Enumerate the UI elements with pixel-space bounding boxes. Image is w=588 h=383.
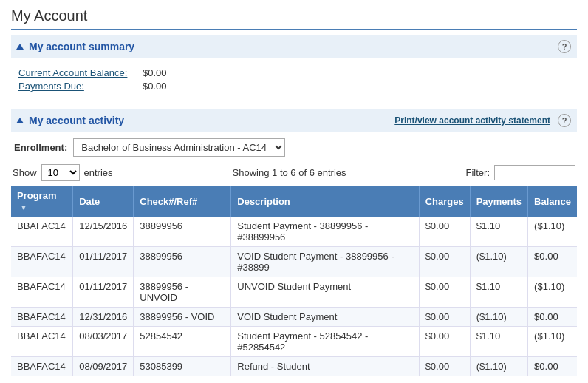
col-header-program[interactable]: Program▼ [11, 186, 73, 217]
table-controls: Show 10 25 50 100 entries Showing 1 to 6… [11, 164, 577, 181]
enrollment-select[interactable]: Bachelor of Business Administration - AC… [73, 138, 285, 157]
cell-check_ref: 38899956 - UNVOID [134, 277, 231, 308]
account-summary-section: My account summary ? Current Account Bal… [11, 35, 577, 101]
cell-payments: $1.10 [470, 217, 527, 247]
cell-balance: $0.00 [528, 247, 577, 277]
account-activity-section: My account activity Print/view account a… [11, 109, 577, 383]
entries-label: entries [84, 167, 113, 178]
cell-date: 08/09/2017 [73, 357, 134, 376]
activity-section-header: My account activity Print/view account a… [11, 109, 577, 132]
cell-payments: $1.10 [470, 327, 527, 357]
summary-content: Current Account Balance: $0.00 Payments … [11, 64, 577, 101]
activity-table: Program▼DateCheck#/Ref#DescriptionCharge… [11, 186, 577, 376]
cell-date: 12/15/2016 [73, 217, 134, 247]
table-header: Program▼DateCheck#/Ref#DescriptionCharge… [11, 186, 577, 217]
table-body: BBAFAC1412/15/201638899956Student Paymen… [11, 217, 577, 376]
cell-charges: $0.00 [419, 277, 470, 308]
col-header-check_ref: Check#/Ref# [134, 186, 231, 217]
table-header-row: Program▼DateCheck#/Ref#DescriptionCharge… [11, 186, 577, 217]
enrollment-row: Enrollment: Bachelor of Business Adminis… [11, 138, 577, 157]
cell-program: BBAFAC14 [11, 308, 73, 327]
col-header-description: Description [231, 186, 419, 217]
cell-payments: ($1.10) [470, 357, 527, 376]
table-row: BBAFAC1401/11/201738899956VOID Student P… [11, 247, 577, 277]
cell-charges: $0.00 [419, 247, 470, 277]
cell-charges: $0.00 [419, 217, 470, 247]
col-header-balance: Balance [528, 186, 577, 217]
show-label: Show [13, 167, 37, 178]
cell-date: 12/31/2016 [73, 308, 134, 327]
table-row: BBAFAC1408/03/201752854542Student Paymen… [11, 327, 577, 357]
cell-balance: ($1.10) [528, 327, 577, 357]
cell-date: 08/03/2017 [73, 327, 134, 357]
table-row: BBAFAC1412/31/201638899956 - VOIDVOID St… [11, 308, 577, 327]
table-row: BBAFAC1408/09/201753085399Refund - Stude… [11, 357, 577, 376]
balance-row: Current Account Balance: $0.00 [18, 67, 570, 78]
filter-label: Filter: [466, 167, 490, 178]
cell-balance: $0.00 [528, 308, 577, 327]
summary-header-left: My account summary [17, 41, 134, 52]
payments-due-row: Payments Due: $0.00 [18, 81, 570, 92]
table-row: BBAFAC1412/15/201638899956Student Paymen… [11, 217, 577, 247]
activity-collapse-icon[interactable] [16, 118, 24, 123]
print-link[interactable]: Print/view account activity statement [394, 115, 550, 126]
cell-charges: $0.00 [419, 327, 470, 357]
cell-check_ref: 52854542 [134, 327, 231, 357]
cell-description: VOID Student Payment [231, 308, 419, 327]
filter-area: Filter: [466, 165, 576, 180]
activity-help-icon[interactable]: ? [558, 114, 571, 127]
cell-date: 01/11/2017 [73, 277, 134, 308]
cell-program: BBAFAC14 [11, 327, 73, 357]
table-controls-left: Show 10 25 50 100 entries [13, 164, 113, 181]
balance-label[interactable]: Current Account Balance: [18, 67, 137, 78]
cell-charges: $0.00 [419, 308, 470, 327]
cell-payments: ($1.10) [470, 308, 527, 327]
activity-header-left: My account activity [17, 115, 124, 126]
sort-icon-program[interactable]: ▼ [20, 203, 27, 211]
cell-balance: $0.00 [528, 357, 577, 376]
cell-balance: ($1.10) [528, 277, 577, 308]
cell-date: 01/11/2017 [73, 247, 134, 277]
cell-check_ref: 53085399 [134, 357, 231, 376]
cell-program: BBAFAC14 [11, 217, 73, 247]
cell-check_ref: 38899956 - VOID [134, 308, 231, 327]
cell-payments: ($1.10) [470, 247, 527, 277]
cell-description: Student Payment - 52854542 - #52854542 [231, 327, 419, 357]
activity-header-right: Print/view account activity statement ? [394, 114, 571, 127]
showing-text: Showing 1 to 6 of 6 entries [113, 167, 466, 178]
cell-check_ref: 38899956 [134, 217, 231, 247]
balance-value: $0.00 [143, 67, 167, 78]
cell-description: UNVOID Student Payment [231, 277, 419, 308]
summary-collapse-icon[interactable] [16, 44, 24, 50]
summary-help-icon[interactable]: ? [558, 40, 571, 53]
cell-check_ref: 38899956 [134, 247, 231, 277]
cell-payments: $1.10 [470, 277, 527, 308]
enrollment-label: Enrollment: [14, 142, 67, 153]
cell-program: BBAFAC14 [11, 277, 73, 308]
cell-description: Refund - Student [231, 357, 419, 376]
activity-section-title: My account activity [29, 115, 124, 126]
payments-due-value: $0.00 [143, 81, 167, 92]
summary-section-header: My account summary ? [11, 35, 577, 58]
col-header-payments: Payments [470, 186, 527, 217]
col-header-date: Date [73, 186, 134, 217]
col-header-charges: Charges [419, 186, 470, 217]
payments-due-label[interactable]: Payments Due: [18, 81, 137, 92]
cell-description: Student Payment - 38899956 - #38899956 [231, 217, 419, 247]
cell-program: BBAFAC14 [11, 247, 73, 277]
filter-input[interactable] [494, 165, 575, 180]
cell-description: VOID Student Payment - 38899956 - #38899 [231, 247, 419, 277]
cell-charges: $0.00 [419, 357, 470, 376]
table-row: BBAFAC1401/11/201738899956 - UNVOIDUNVOI… [11, 277, 577, 308]
page-title: My Account [11, 7, 577, 30]
cell-balance: ($1.10) [528, 217, 577, 247]
summary-section-title: My account summary [29, 41, 134, 52]
show-select[interactable]: 10 25 50 100 [41, 164, 80, 181]
cell-program: BBAFAC14 [11, 357, 73, 376]
